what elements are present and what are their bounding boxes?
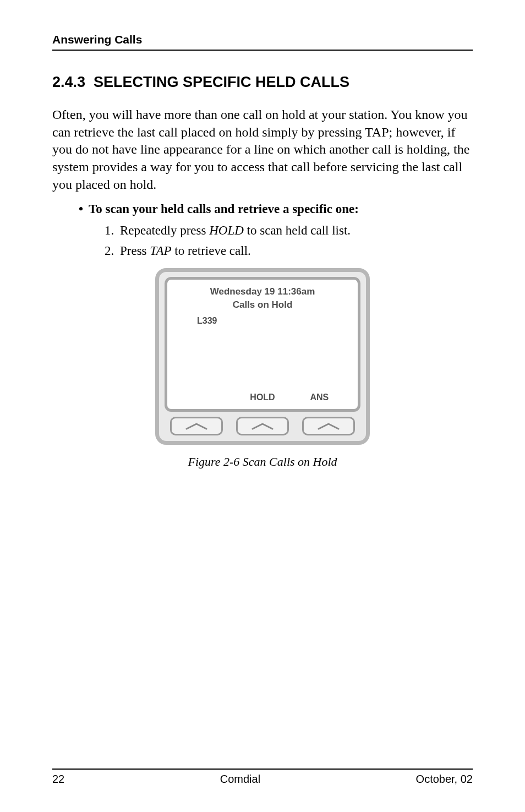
screen-status: Calls on Hold: [176, 299, 349, 310]
step-emph: HOLD: [209, 224, 244, 237]
page-footer: 22 Comdial October, 02: [52, 769, 473, 786]
softkey-button-left[interactable]: [170, 417, 223, 435]
header-rule: [52, 50, 473, 51]
softkey-button-center[interactable]: [236, 417, 289, 435]
step-text-post: to scan held call list.: [244, 224, 351, 237]
section-title: SELECTING SPECIFIC HELD CALLS: [94, 74, 349, 90]
softkey-label-right: ANS: [291, 393, 348, 402]
section-heading: 2.4.3 SELECTING SPECIFIC HELD CALLS: [52, 74, 473, 91]
section-number: 2.4.3: [52, 74, 85, 90]
step-number: 1.: [105, 222, 120, 239]
step-1: 1.Repeatedly press HOLD to scan held cal…: [105, 222, 473, 239]
screen-datetime: Wednesday 19 11:36am: [176, 286, 349, 297]
step-2: 2.Press TAP to retrieve call.: [105, 242, 473, 259]
phone-bezel: Wednesday 19 11:36am Calls on Hold L339 …: [155, 268, 370, 445]
step-number: 2.: [105, 242, 120, 259]
softkey-buttons: [165, 412, 360, 437]
step-text-pre: Repeatedly press: [120, 224, 209, 237]
softkey-button-right[interactable]: [302, 417, 355, 435]
footer-date: October, 02: [416, 773, 473, 786]
footer-center: Comdial: [220, 773, 260, 786]
bullet-marker: •: [79, 202, 89, 216]
chevron-up-icon: [184, 422, 209, 430]
footer-page-number: 22: [52, 773, 64, 786]
chevron-up-icon: [316, 422, 341, 430]
phone-illustration: Wednesday 19 11:36am Calls on Hold L339 …: [155, 268, 370, 445]
chevron-up-icon: [250, 422, 275, 430]
phone-screen: Wednesday 19 11:36am Calls on Hold L339 …: [165, 277, 360, 412]
step-text-pre: Press: [120, 244, 150, 258]
screen-line-id: L339: [197, 316, 349, 326]
bullet-text: To scan your held calls and retrieve a s…: [89, 202, 359, 216]
step-emph: TAP: [150, 244, 171, 258]
bullet-item: •To scan your held calls and retrieve a …: [79, 202, 473, 216]
softkey-labels: HOLD ANS: [167, 393, 358, 402]
running-header: Answering Calls: [52, 33, 473, 46]
figure-caption: Figure 2-6 Scan Calls on Hold: [52, 455, 473, 469]
footer-rule: [52, 769, 473, 770]
step-text-post: to retrieve call.: [172, 244, 251, 258]
softkey-label-center: HOLD: [234, 393, 291, 402]
body-paragraph: Often, you will have more than one call …: [52, 106, 473, 193]
softkey-label-left: [177, 393, 234, 402]
